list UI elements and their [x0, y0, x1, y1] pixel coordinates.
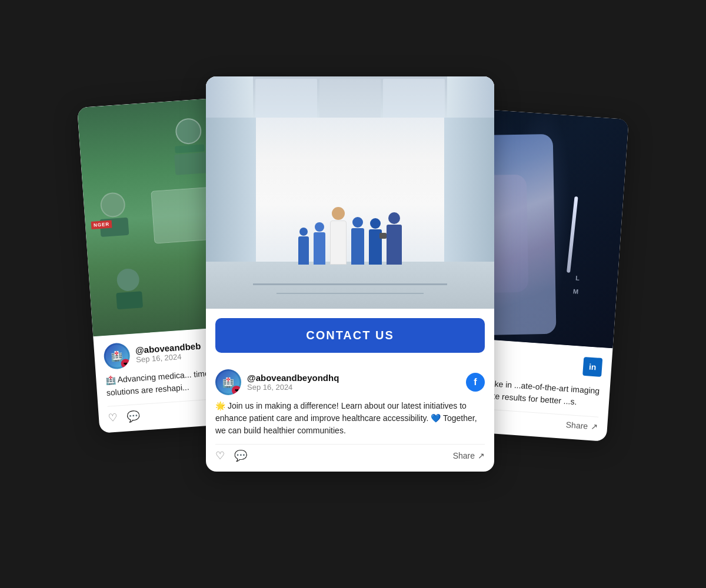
profile-info-center: @aboveandbeyondhq Sep 16, 2024 — [247, 373, 460, 392]
heart-icon-left — [108, 411, 118, 425]
danger-tag: NGER — [91, 220, 112, 229]
avatar-left: 🏥 ❤ — [103, 342, 131, 370]
staff-group — [298, 207, 402, 265]
facebook-icon: f — [466, 373, 485, 392]
staff-person-1 — [298, 228, 309, 265]
profile-date-center: Sep 16, 2024 — [247, 383, 460, 392]
avatar-badge-left: ❤ — [121, 359, 131, 369]
share-button-right[interactable]: Share ↗ — [565, 420, 598, 432]
staff-person-5 — [369, 218, 382, 265]
card-center-body: 🏥 ❤ @aboveandbeyondhq Sep 16, 2024 f 🌟 J… — [206, 362, 494, 472]
staff-doctor — [330, 207, 347, 265]
card-center-image — [206, 76, 494, 309]
like-button-center[interactable]: ♡ — [215, 449, 225, 462]
xray-label-l: L — [575, 274, 580, 281]
profile-row-center: 🏥 ❤ @aboveandbeyondhq Sep 16, 2024 f — [215, 369, 485, 395]
profile-name-center: @aboveandbeyondhq — [247, 373, 460, 383]
staff-person-4 — [351, 217, 364, 265]
linkedin-icon: in — [582, 357, 602, 377]
avatar-badge-center: ❤ — [232, 386, 241, 395]
comment-icon-left: 💬 — [126, 409, 140, 423]
staff-person-2 — [314, 222, 325, 265]
share-arrow-right: ↗ — [591, 422, 598, 432]
card-text-center: 🌟 Join us in making a difference! Learn … — [215, 400, 485, 437]
heart-icon-center: ♡ — [215, 449, 225, 462]
comment-button-center[interactable]: 💬 — [234, 449, 247, 462]
card-actions-center: ♡ 💬 Share ↗ — [215, 444, 485, 462]
share-button-center[interactable]: Share ↗ — [453, 451, 485, 460]
share-label-right: Share — [565, 420, 588, 431]
xray-label-m: M — [573, 288, 579, 296]
contact-us-button[interactable]: CONTACT US — [215, 318, 485, 353]
avatar-center: 🏥 ❤ — [215, 369, 241, 395]
share-arrow-center: ↗ — [478, 451, 485, 460]
card-center: CONTACT US 🏥 ❤ @aboveandbeyondhq Sep 16,… — [206, 76, 494, 472]
comment-button-left[interactable]: 💬 — [126, 409, 140, 423]
staff-person-6 — [387, 212, 402, 265]
comment-icon-center: 💬 — [234, 449, 247, 462]
share-label-center: Share — [453, 451, 475, 460]
like-button-left[interactable] — [108, 411, 118, 425]
